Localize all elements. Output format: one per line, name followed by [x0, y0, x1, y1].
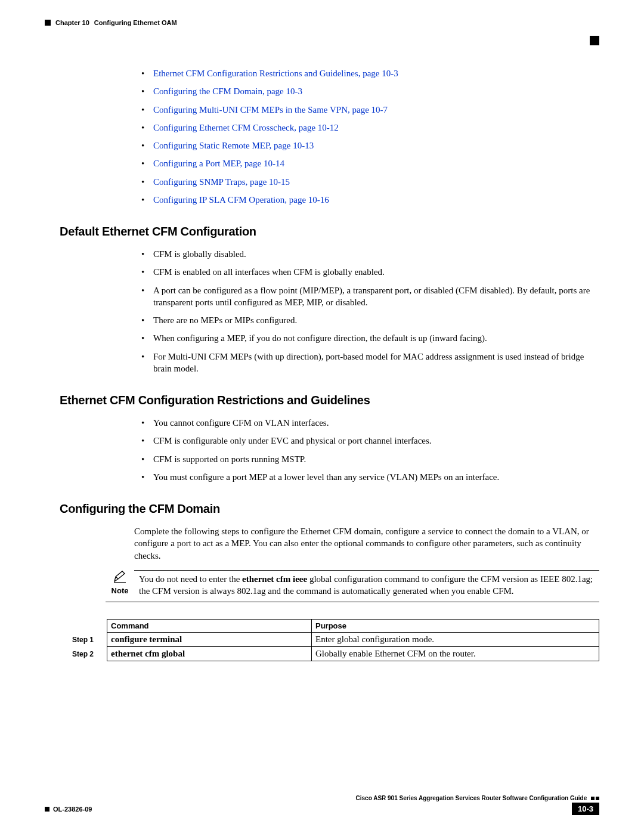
step-label: Step 2 — [69, 647, 107, 661]
list-item: Configuring the CFM Domain, page 10-3 — [140, 85, 599, 97]
list-item: There are no MEPs or MIPs configured. — [140, 314, 599, 326]
command-cell: ethernet cfm global — [107, 647, 312, 661]
default-cfm-list: CFM is globally disabled. CFM is enabled… — [140, 248, 599, 374]
purpose-cell: Globally enable Ethernet CFM on the rout… — [312, 647, 599, 661]
purpose-cell: Enter global configuration mode. — [312, 633, 599, 647]
section-heading-restrictions: Ethernet CFM Configuration Restrictions … — [60, 394, 599, 407]
note-body: You do not need to enter the ethernet cf… — [134, 570, 599, 597]
table-header-command: Command — [107, 620, 312, 633]
chapter-label: Chapter 10 — [55, 19, 89, 26]
nav-link[interactable]: Configuring Static Remote MEP, page 10-1… — [153, 141, 314, 150]
cfm-domain-intro: Complete the following steps to configur… — [134, 525, 599, 562]
table-row: Step 1 configure terminal Enter global c… — [69, 633, 599, 647]
list-item: For Multi-UNI CFM MEPs (with up directio… — [140, 351, 599, 375]
pencil-icon — [113, 572, 127, 586]
list-item: Configuring a Port MEP, page 10-14 — [140, 157, 599, 169]
chapter-title: Configuring Ethernet OAM — [94, 19, 177, 26]
guide-title: Cisco ASR 901 Series Aggregation Service… — [356, 795, 587, 801]
table-row: Step 2 ethernet cfm global Globally enab… — [69, 647, 599, 661]
section-heading-default-cfm: Default Ethernet CFM Configuration — [60, 225, 599, 239]
footer-squares-icon — [591, 797, 599, 800]
command-cell: configure terminal — [107, 633, 312, 647]
list-item: You must configure a port MEP at a lower… — [140, 471, 599, 483]
list-item: When configuring a MEP, if you do not co… — [140, 332, 599, 344]
nav-link[interactable]: Ethernet CFM Configuration Restrictions … — [153, 69, 398, 78]
note-block: Note You do not need to enter the ethern… — [106, 570, 599, 603]
list-item: Configuring Ethernet CFM Crosscheck, pag… — [140, 122, 599, 134]
list-item: Configuring Static Remote MEP, page 10-1… — [140, 140, 599, 151]
list-item: You cannot configure CFM on VLAN interfa… — [140, 417, 599, 429]
nav-link[interactable]: Configuring Multi-UNI CFM MEPs in the Sa… — [153, 105, 388, 114]
step-label: Step 1 — [69, 633, 107, 647]
page-footer: Cisco ASR 901 Series Aggregation Service… — [45, 795, 599, 815]
nav-link[interactable]: Configuring Ethernet CFM Crosscheck, pag… — [153, 123, 339, 132]
nav-link[interactable]: Configuring a Port MEP, page 10-14 — [153, 159, 284, 168]
list-item: Configuring IP SLA CFM Operation, page 1… — [140, 194, 599, 206]
section-heading-cfm-domain: Configuring the CFM Domain — [60, 502, 599, 516]
page-number: 10-3 — [572, 803, 599, 815]
header-dot-icon — [45, 20, 51, 26]
list-item: CFM is supported on ports running MSTP. — [140, 453, 599, 465]
nav-link[interactable]: Configuring SNMP Traps, page 10-15 — [153, 177, 290, 187]
list-item: CFM is globally disabled. — [140, 248, 599, 260]
list-item: A port can be configured as a flow point… — [140, 284, 599, 309]
doc-number: OL-23826-09 — [53, 806, 92, 813]
list-item: Configuring Multi-UNI CFM MEPs in the Sa… — [140, 104, 599, 116]
list-item: Ethernet CFM Configuration Restrictions … — [140, 67, 599, 79]
note-label: Note — [106, 586, 134, 595]
list-item: Configuring SNMP Traps, page 10-15 — [140, 176, 599, 188]
table-header-empty — [69, 620, 107, 633]
table-header-purpose: Purpose — [312, 620, 599, 633]
restrictions-list: You cannot configure CFM on VLAN interfa… — [140, 417, 599, 483]
page-header: Chapter 10 Configuring Ethernet OAM — [45, 19, 599, 26]
nav-link[interactable]: Configuring the CFM Domain, page 10-3 — [153, 86, 302, 96]
nav-link[interactable]: Configuring IP SLA CFM Operation, page 1… — [153, 195, 329, 205]
list-item: CFM is configurable only under EVC and p… — [140, 435, 599, 447]
list-item: CFM is enabled on all interfaces when CF… — [140, 266, 599, 278]
nav-links: Ethernet CFM Configuration Restrictions … — [140, 67, 599, 206]
command-table: Command Purpose Step 1 configure termina… — [69, 619, 599, 661]
footer-dot-icon — [45, 807, 49, 812]
page-marker-icon — [590, 36, 599, 45]
